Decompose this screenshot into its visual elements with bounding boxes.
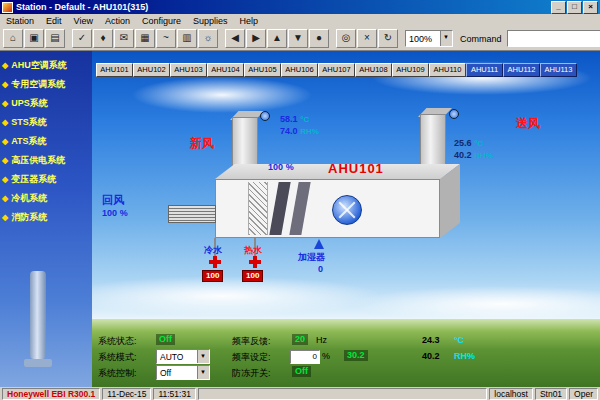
cloud bbox=[352, 286, 600, 322]
group-display-icon[interactable]: ▥ bbox=[177, 29, 197, 48]
return-damper-value: 100 bbox=[102, 208, 117, 218]
page-down-icon[interactable]: ▼ bbox=[288, 29, 308, 48]
sidebar-item-ahu[interactable]: ◆ AHU空调系统 bbox=[0, 56, 92, 75]
print-icon[interactable]: ▤ bbox=[45, 29, 65, 48]
diamond-bullet-icon: ◆ bbox=[2, 137, 8, 146]
freq-setpoint-label: 频率设定: bbox=[232, 351, 271, 364]
system-mode-value: AUTO bbox=[157, 352, 197, 362]
chevron-down-icon[interactable] bbox=[440, 31, 452, 46]
status-bar: Honeywell EBI R300.1 11-Dec-15 11:51:31 … bbox=[0, 387, 600, 400]
window-title: Station - Default - AHU101(315) bbox=[16, 2, 550, 12]
alarm-summary-icon[interactable]: ♦ bbox=[93, 29, 113, 48]
status-message-area bbox=[198, 388, 487, 400]
sidebar-item-label: 高压供电系统 bbox=[11, 154, 65, 167]
content-area: ◆ AHU空调系统 ◆ 专用空调系统 ◆ UPS系统 ◆ STS系统 ◆ ATS… bbox=[0, 51, 600, 387]
system-status-value: Off bbox=[156, 334, 175, 345]
supply-temp-unit: °C bbox=[474, 139, 483, 148]
fresh-air-temp-reading: 58.1 °C bbox=[280, 113, 309, 124]
humidifier-icon[interactable] bbox=[314, 239, 324, 249]
menu-supplies[interactable]: Supplies bbox=[187, 16, 234, 26]
tab-ahu111[interactable]: AHU111 bbox=[466, 63, 503, 77]
return-damper-unit: % bbox=[120, 208, 128, 218]
system-mode-select[interactable]: AUTO bbox=[156, 349, 210, 364]
close-button[interactable]: × bbox=[583, 1, 598, 14]
refresh-icon[interactable]: ↻ bbox=[378, 29, 398, 48]
sidebar-item-ups[interactable]: ◆ UPS系统 bbox=[0, 94, 92, 113]
freq-setpoint-input[interactable]: 0 bbox=[290, 350, 320, 364]
sidebar-item-label: AHU空调系统 bbox=[11, 59, 67, 72]
tab-ahu105[interactable]: AHU105 bbox=[244, 63, 281, 77]
supply-air-temp-reading: 25.6 °C bbox=[454, 137, 483, 148]
menu-help[interactable]: Help bbox=[233, 16, 264, 26]
tab-ahu101[interactable]: AHU101 bbox=[96, 63, 133, 77]
tab-ahu108[interactable]: AHU108 bbox=[355, 63, 392, 77]
hot-valve-value: 100 bbox=[242, 270, 263, 282]
menu-station[interactable]: Station bbox=[0, 16, 40, 26]
tab-ahu110[interactable]: AHU110 bbox=[429, 63, 466, 77]
setpoint-value: 30.2 bbox=[344, 350, 368, 361]
display-icon[interactable]: ▣ bbox=[24, 29, 44, 48]
page-up-icon[interactable]: ▲ bbox=[267, 29, 287, 48]
event-summary-icon[interactable]: ▦ bbox=[135, 29, 155, 48]
back-icon[interactable]: ◀ bbox=[225, 29, 245, 48]
tab-ahu112[interactable]: AHU112 bbox=[503, 63, 540, 77]
maximize-button[interactable]: □ bbox=[567, 1, 582, 14]
trend-icon[interactable]: ~ bbox=[156, 29, 176, 48]
unit-title: AHU101 bbox=[328, 161, 384, 176]
return-damper-reading: 100 % bbox=[102, 207, 128, 218]
schedule-icon[interactable]: ☼ bbox=[198, 29, 218, 48]
fresh-rh-value: 74.0 bbox=[280, 126, 298, 136]
fresh-damper-value: 100 bbox=[268, 162, 283, 172]
system-control-select[interactable]: Off bbox=[156, 365, 210, 380]
fresh-temp-value: 58.1 bbox=[280, 114, 298, 124]
forward-icon[interactable]: ▶ bbox=[246, 29, 266, 48]
toolbar: ⌂ ▣ ▤ ✓ ♦ ✉ ▦ ~ ▥ ☼ ◀ ▶ ▲ ▼ ● ◎ × ↻ 100%… bbox=[0, 27, 600, 51]
menu-edit[interactable]: Edit bbox=[40, 16, 68, 26]
toolbar-separator bbox=[66, 30, 71, 47]
alarm-ack-icon[interactable]: ✓ bbox=[72, 29, 92, 48]
fresh-air-sensor-icon bbox=[260, 111, 270, 121]
frost-switch-value: Off bbox=[292, 366, 311, 377]
zoom-select[interactable]: 100% bbox=[405, 30, 453, 47]
chevron-down-icon[interactable] bbox=[197, 350, 209, 363]
sidebar-item-chiller[interactable]: ◆ 冷机系统 bbox=[0, 189, 92, 208]
sidebar-item-dedicated-ac[interactable]: ◆ 专用空调系统 bbox=[0, 75, 92, 94]
minimize-button[interactable]: _ bbox=[551, 1, 566, 14]
toolbar-separator bbox=[399, 30, 404, 47]
decorative-statue bbox=[30, 271, 46, 359]
tab-ahu113[interactable]: AHU113 bbox=[540, 63, 577, 77]
menu-action[interactable]: Action bbox=[99, 16, 136, 26]
diamond-bullet-icon: ◆ bbox=[2, 213, 8, 222]
tab-ahu106[interactable]: AHU106 bbox=[281, 63, 318, 77]
stop-icon[interactable]: × bbox=[357, 29, 377, 48]
station-icon[interactable]: ⌂ bbox=[3, 29, 23, 48]
message-icon[interactable]: ✉ bbox=[114, 29, 134, 48]
menu-view[interactable]: View bbox=[68, 16, 99, 26]
system-status-label: 系统状态: bbox=[98, 335, 137, 348]
chilled-water-valve[interactable] bbox=[209, 256, 221, 268]
supply-air-sensor-icon bbox=[449, 109, 459, 119]
sidebar-item-hv-power[interactable]: ◆ 高压供电系统 bbox=[0, 151, 92, 170]
tab-ahu107[interactable]: AHU107 bbox=[318, 63, 355, 77]
tab-ahu104[interactable]: AHU104 bbox=[207, 63, 244, 77]
fresh-air-rh-reading: 74.0 RH% bbox=[280, 125, 319, 136]
command-input[interactable] bbox=[507, 30, 600, 47]
tab-ahu103[interactable]: AHU103 bbox=[170, 63, 207, 77]
find-icon[interactable]: ◎ bbox=[336, 29, 356, 48]
status-host: localhost bbox=[489, 388, 533, 400]
supply-fan[interactable] bbox=[332, 195, 362, 225]
sidebar-item-label: STS系统 bbox=[11, 116, 47, 129]
tab-ahu109[interactable]: AHU109 bbox=[392, 63, 429, 77]
freq-feedback-label: 频率反馈: bbox=[232, 335, 271, 348]
sidebar-item-ats[interactable]: ◆ ATS系统 bbox=[0, 132, 92, 151]
chilled-valve-value: 100 bbox=[202, 270, 223, 282]
home-icon[interactable]: ● bbox=[309, 29, 329, 48]
sidebar-item-fire[interactable]: ◆ 消防系统 bbox=[0, 208, 92, 227]
chevron-down-icon[interactable] bbox=[197, 366, 209, 379]
hot-water-valve[interactable] bbox=[249, 256, 261, 268]
sidebar-item-transformer[interactable]: ◆ 变压器系统 bbox=[0, 170, 92, 189]
tab-ahu102[interactable]: AHU102 bbox=[133, 63, 170, 77]
menu-configure[interactable]: Configure bbox=[136, 16, 187, 26]
filter-section bbox=[248, 182, 268, 235]
sidebar-item-sts[interactable]: ◆ STS系统 bbox=[0, 113, 92, 132]
